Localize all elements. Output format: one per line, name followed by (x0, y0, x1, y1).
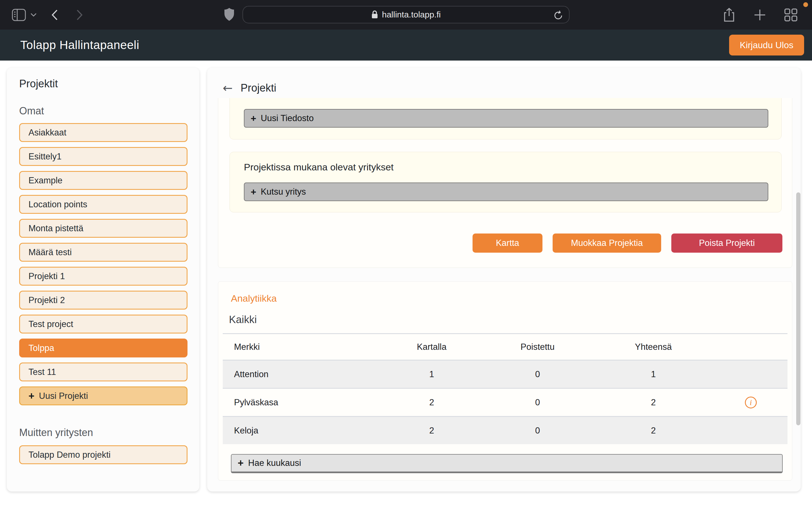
info-icon[interactable]: i (745, 397, 757, 408)
map-button[interactable]: Kartta (472, 233, 543, 252)
app-header: Tolapp Hallintapaneeli Kirjaudu Ulos (0, 30, 812, 61)
projects-sidebar: Projektit Omat Asiakkaat Esittely1 Examp… (7, 68, 199, 492)
project-actions-row: Kartta Muokkaa Projektia Poista Projekti (472, 233, 782, 252)
sidebar-title: Projektit (19, 78, 188, 90)
reload-icon[interactable] (553, 10, 563, 20)
table-header-row: Merkki Kartalla Poistettu Yhteensä (223, 333, 788, 360)
header-kartalla: Kartalla (381, 342, 483, 352)
edit-project-button[interactable]: Muokkaa Projektia (553, 233, 661, 252)
cell-poistettu: 0 (483, 397, 593, 407)
url-bar[interactable]: hallinta.tolapp.fi (243, 6, 569, 23)
cell-poistettu: 0 (483, 369, 593, 379)
lock-icon (371, 10, 378, 19)
browser-nav-left (12, 0, 83, 30)
plus-icon: + (251, 187, 256, 196)
files-section: + Uusi Tiedosto (230, 98, 781, 139)
analytics-subtitle: Kaikki (229, 314, 257, 326)
sidebar-item-projekti-2[interactable]: Projekti 2 (19, 291, 188, 309)
back-arrow-icon[interactable]: ← (223, 81, 233, 95)
new-project-label: Uusi Projekti (39, 391, 88, 401)
sidebar-item-asiakkaat[interactable]: Asiakkaat (19, 123, 188, 142)
new-project-button[interactable]: + Uusi Projekti (19, 386, 188, 405)
share-icon[interactable] (723, 8, 735, 22)
tab-overview-icon[interactable] (784, 8, 797, 21)
cell-kartalla: 1 (381, 369, 483, 379)
back-button[interactable] (51, 9, 58, 20)
sidebar-item-tolppa-selected[interactable]: Tolppa (19, 339, 188, 357)
header-poistettu: Poistettu (483, 342, 593, 352)
plus-icon: + (238, 458, 244, 468)
logout-button[interactable]: Kirjaudu Ulos (729, 35, 804, 55)
cell-merkki: Keloja (223, 426, 381, 436)
other-companies-heading: Muitten yritysten (19, 427, 188, 439)
new-file-button[interactable]: + Uusi Tiedosto (244, 109, 768, 128)
app-title: Tolapp Hallintapaneeli (20, 38, 139, 52)
fetch-month-button[interactable]: + Hae kuukausi (231, 454, 783, 473)
browser-nav-right (723, 0, 797, 30)
companies-heading: Projektissa mukana olevat yritykset (244, 162, 394, 173)
sidebar-item-maara-testi[interactable]: Määrä testi (19, 243, 188, 262)
cell-merkki: Attention (223, 369, 381, 379)
new-tab-icon[interactable] (754, 9, 766, 21)
own-projects-heading: Omat (19, 105, 188, 117)
table-row: Attention 1 0 1 (223, 360, 788, 388)
scrollbar-thumb[interactable] (796, 192, 801, 425)
other-projects-list: Tolapp Demo projekti (19, 445, 188, 464)
header-merkki: Merkki (223, 342, 381, 352)
cell-yhteensa: 2 (593, 397, 714, 407)
fetch-month-label: Hae kuukausi (248, 458, 301, 468)
sidebar-item-test-project[interactable]: Test project (19, 315, 188, 334)
sidebar-item-projekti-1[interactable]: Projekti 1 (19, 267, 188, 286)
sidebar-toggle-icon[interactable] (12, 9, 37, 21)
project-details-card: + Uusi Tiedosto Projektissa mukana oleva… (218, 98, 792, 268)
recording-indicator-dot (803, 2, 808, 7)
browser-chrome: hallinta.tolapp.fi (0, 0, 812, 30)
main-title-row: ← Projekti (223, 81, 276, 95)
invite-company-button[interactable]: + Kutsu yritys (244, 182, 768, 201)
header-yhteensa: Yhteensä (593, 342, 714, 352)
new-file-label: Uusi Tiedosto (261, 113, 314, 123)
delete-project-button[interactable]: Poista Projekti (671, 233, 782, 252)
detail-scroll-view: + Uusi Tiedosto Projektissa mukana oleva… (207, 98, 801, 492)
sidebar-item-tolapp-demo[interactable]: Tolapp Demo projekti (19, 445, 188, 464)
page-title: Projekti (241, 82, 276, 94)
companies-section: Projektissa mukana olevat yritykset + Ku… (230, 152, 781, 212)
plus-icon: + (29, 391, 35, 401)
privacy-shield-icon[interactable] (224, 8, 234, 21)
sidebar-item-monta-pistetta[interactable]: Monta pistettä (19, 219, 188, 238)
sidebar-item-test-11[interactable]: Test 11 (19, 362, 188, 381)
invite-company-label: Kutsu yritys (261, 187, 306, 197)
chevron-down-icon (31, 13, 37, 17)
table-row: Keloja 2 0 2 (223, 416, 788, 444)
own-projects-list: Asiakkaat Esittely1 Example Location poi… (19, 123, 188, 405)
plus-icon: + (251, 114, 256, 123)
project-detail-panel: ← Projekti + Uusi Tiedosto Projektissa m… (207, 68, 801, 492)
cell-yhteensa: 2 (593, 426, 714, 436)
sidebar-item-example[interactable]: Example (19, 171, 188, 190)
sidebar-item-esittely1[interactable]: Esittely1 (19, 147, 188, 166)
table-row: Pylväskasa 2 0 2 i (223, 388, 788, 416)
cell-yhteensa: 1 (593, 369, 714, 379)
url-text: hallinta.tolapp.fi (382, 10, 441, 19)
cell-kartalla: 2 (381, 397, 483, 407)
cell-kartalla: 2 (381, 426, 483, 436)
analytics-table: Merkki Kartalla Poistettu Yhteensä Atten… (223, 333, 788, 444)
cell-poistettu: 0 (483, 426, 593, 436)
forward-button[interactable] (76, 9, 83, 20)
sidebar-item-location-points[interactable]: Location points (19, 195, 188, 214)
cell-merkki: Pylväskasa (223, 397, 381, 407)
analytics-title: Analytiikka (231, 293, 277, 304)
analytics-card: Analytiikka Kaikki Merkki Kartalla Poist… (218, 281, 792, 481)
